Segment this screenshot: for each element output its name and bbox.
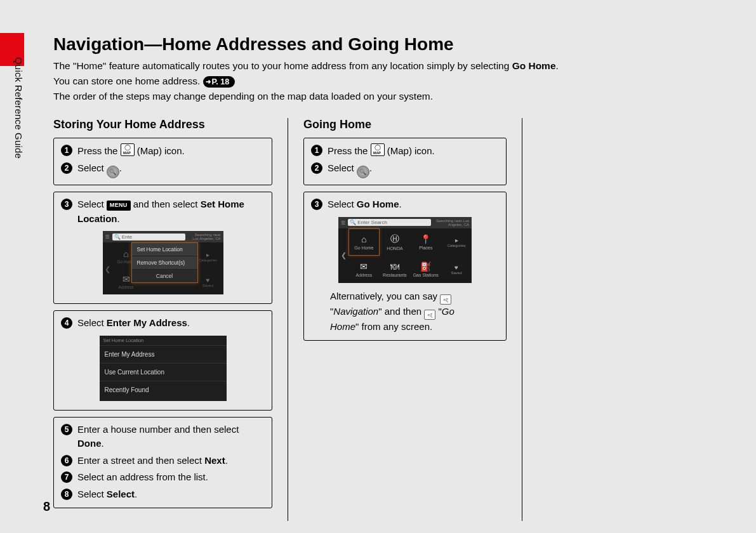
step-bullet: 3 (311, 199, 322, 210)
step-bullet: 8 (61, 489, 72, 500)
page-title: Navigation—Home Addresses and Going Home (53, 34, 726, 55)
voice-icon (440, 294, 451, 305)
step-bullet: 2 (61, 162, 72, 174)
screenshot-set-home-list: Set Home Location Enter My Address Use C… (100, 336, 227, 401)
step-bullet: 6 (61, 455, 72, 466)
step-box: 1 Press the (Map) icon. 2 Select . (53, 138, 272, 185)
step-box: 3 Select MENU and then select Set Home L… (53, 192, 272, 304)
search-icon (357, 166, 369, 178)
step-box: 5 Enter a house number and then select D… (53, 417, 272, 509)
step-box: 3 Select Go Home. ≡ 🔍 Enter Search Searc… (303, 192, 507, 340)
column-divider (522, 118, 522, 521)
section-title: Going Home (303, 118, 507, 131)
screenshot-menu-overlay: ≡ 🔍 Ente Searching near Los Angeles, CA … (103, 231, 223, 294)
voice-icon (424, 310, 435, 320)
screenshot-home-grid: ≡ 🔍 Enter Search Searching near Los Ange… (338, 217, 472, 283)
column-storing-home: Storing Your Home Address 1 Press the (M… (53, 118, 272, 521)
menu-button-icon: MENU (107, 201, 131, 211)
step-bullet: 1 (61, 145, 72, 156)
map-icon (121, 143, 135, 156)
step-bullet: 5 (61, 424, 72, 435)
column-going-home: Going Home 1 Press the (Map) icon. 2 Sel… (288, 118, 507, 521)
step-bullet: 7 (61, 471, 72, 483)
step-box: 4 Select Enter My Address. Set Home Loca… (53, 310, 272, 411)
page-ref-badge: P. 18 (203, 76, 235, 88)
step-bullet: 1 (311, 145, 322, 156)
section-title: Storing Your Home Address (53, 118, 272, 131)
step-bullet: 4 (61, 317, 72, 329)
voice-alternative-text: Alternatively, you can say "Navigation" … (311, 286, 499, 334)
search-icon (107, 166, 119, 178)
step-box: 1 Press the (Map) icon. 2 Select . (303, 138, 507, 185)
map-icon (371, 143, 385, 156)
sidebar-label: Quick Reference Guide (13, 57, 24, 159)
page-number: 8 (43, 499, 50, 514)
intro-text: The "Home" feature automatically routes … (53, 58, 726, 104)
step-bullet: 2 (311, 162, 322, 174)
step-bullet: 3 (61, 199, 72, 210)
